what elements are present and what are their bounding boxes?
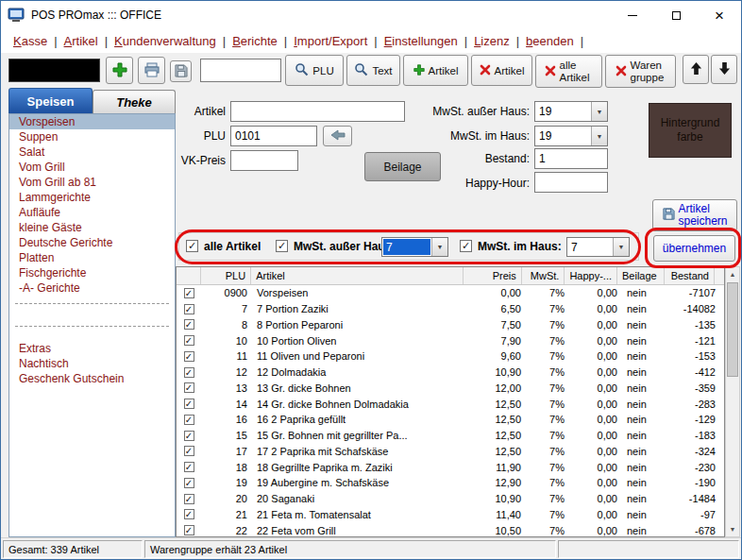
sidebar-item-lammgerichte[interactable]: Lammgerichte bbox=[9, 190, 175, 205]
bestand-input[interactable] bbox=[534, 148, 608, 169]
scroll-down-button[interactable]: ▼ bbox=[726, 522, 739, 536]
sidebar-item-kleine-gäste[interactable]: kleine Gäste bbox=[9, 220, 175, 235]
mwst-im-haus-filter-select[interactable]: 7 ▼ bbox=[566, 237, 630, 257]
chevron-down-icon[interactable]: ▼ bbox=[431, 238, 447, 256]
search-input[interactable] bbox=[200, 59, 281, 82]
search-text-button[interactable]: Text bbox=[346, 55, 400, 86]
table-row[interactable]: ✓1414 Gr. dicke Bohnen Dolmadakia12,507%… bbox=[177, 396, 724, 412]
print-button[interactable] bbox=[138, 57, 165, 84]
happy-hour-input[interactable] bbox=[534, 172, 608, 193]
chevron-down-icon[interactable]: ▼ bbox=[613, 238, 629, 256]
tab-theke[interactable]: Theke bbox=[93, 90, 176, 113]
table-row[interactable]: ✓1818 Gegrillte Paprika m. Zaziki11,907%… bbox=[177, 459, 724, 475]
table-row[interactable]: ✓2222 Feta vom Grill10,507%0,00nein-678 bbox=[177, 522, 724, 537]
row-checkbox[interactable]: ✓ bbox=[177, 509, 201, 519]
column-header-bestand[interactable]: Bestand bbox=[665, 267, 715, 284]
row-checkbox[interactable]: ✓ bbox=[177, 335, 201, 346]
chevron-down-icon[interactable]: ▼ bbox=[591, 102, 607, 121]
tab-speisen[interactable]: Speisen bbox=[8, 88, 93, 113]
mwst-im-haus-filter-checkbox[interactable]: ✓ bbox=[460, 240, 472, 252]
menu-item-lizenz[interactable]: Lizenz bbox=[474, 34, 510, 48]
column-header-plu[interactable]: PLU bbox=[201, 267, 251, 284]
delete-alle-artikel-button[interactable]: alle Artikel bbox=[535, 55, 602, 88]
artikel-speichern-button[interactable]: Artikel speichern bbox=[652, 199, 737, 231]
row-checkbox[interactable]: ✓ bbox=[177, 462, 201, 472]
menu-item-berichte[interactable]: Berichte bbox=[232, 34, 278, 48]
close-button[interactable]: × bbox=[698, 1, 741, 29]
add-button[interactable] bbox=[106, 57, 133, 84]
sidebar-item-vorspeisen[interactable]: Vorspeisen bbox=[9, 114, 175, 129]
column-header-checkbox[interactable] bbox=[177, 267, 201, 284]
scrollbar-thumb[interactable] bbox=[727, 282, 738, 377]
sidebar-item-nachtisch[interactable]: Nachtisch bbox=[9, 356, 175, 371]
table-row[interactable]: ✓88 Portion Peparoni7,507%0,00nein-135 bbox=[177, 317, 724, 333]
quick-plu-input[interactable] bbox=[8, 59, 100, 82]
table-scrollbar[interactable]: ▲ ▼ bbox=[725, 266, 740, 537]
row-checkbox[interactable]: ✓ bbox=[177, 494, 201, 504]
table-row[interactable]: ✓77 Portion Zaziki6,507%0,00nein-14082 bbox=[177, 301, 724, 317]
table-row[interactable]: ✓2121 Feta m. Tomatensalat11,407%0,00nei… bbox=[177, 507, 724, 523]
row-checkbox[interactable]: ✓ bbox=[177, 431, 201, 441]
row-checkbox[interactable]: ✓ bbox=[177, 525, 201, 535]
chevron-down-icon[interactable]: ▼ bbox=[591, 127, 607, 145]
sidebar-item-geschenk-gutschein[interactable]: Geschenk Gutschein bbox=[9, 371, 175, 386]
plu-input[interactable] bbox=[230, 126, 317, 146]
uebernehmen-button[interactable]: übernehmen bbox=[653, 235, 735, 262]
column-header-mwst[interactable]: MwSt. bbox=[522, 267, 565, 284]
row-checkbox[interactable]: ✓ bbox=[177, 288, 201, 298]
mwst-im-haus-select[interactable]: 19 ▼ bbox=[534, 126, 608, 146]
maximize-button[interactable] bbox=[654, 1, 698, 29]
delete-warengruppe-button[interactable]: Waren gruppe bbox=[605, 55, 676, 88]
menu-item-artikel[interactable]: Artikel bbox=[64, 34, 98, 48]
artikel-input[interactable] bbox=[230, 101, 405, 122]
row-checkbox[interactable]: ✓ bbox=[177, 399, 201, 409]
column-header-beilage[interactable]: Beilage bbox=[617, 267, 665, 284]
hintergrund-farbe-button[interactable]: Hintergrund farbe bbox=[649, 103, 732, 158]
row-checkbox[interactable]: ✓ bbox=[177, 415, 201, 425]
table-row[interactable]: ✓1919 Aubergine m. Schafskäse12,907%0,00… bbox=[177, 475, 724, 491]
row-checkbox[interactable]: ✓ bbox=[177, 304, 201, 314]
table-row[interactable]: ✓1717 2 Paprika mit Schafskäse12,507%0,0… bbox=[177, 444, 724, 460]
vk-preis-input[interactable] bbox=[230, 150, 298, 171]
menu-item-kasse[interactable]: Kasse bbox=[13, 34, 47, 48]
row-checkbox[interactable]: ✓ bbox=[177, 382, 201, 393]
mwst-ausser-haus-filter-checkbox[interactable]: ✓ bbox=[276, 240, 288, 252]
row-checkbox[interactable]: ✓ bbox=[177, 367, 201, 378]
column-header-artikel[interactable]: Artikel bbox=[251, 267, 464, 284]
column-header-happy[interactable]: Happy-... bbox=[565, 267, 617, 284]
menu-item-beenden[interactable]: beenden bbox=[526, 34, 574, 48]
table-row[interactable]: ✓1313 Gr. dicke Bohnen12,007%0,00nein-35… bbox=[177, 381, 724, 397]
plu-back-button[interactable] bbox=[323, 126, 352, 146]
scroll-up-button[interactable]: ▲ bbox=[726, 267, 739, 281]
menu-item-kundenverwaltung[interactable]: Kundenverwaltung bbox=[114, 34, 216, 48]
minimize-button[interactable] bbox=[611, 1, 654, 29]
sidebar-item-vom-grill-ab-81[interactable]: Vom Grill ab 81 bbox=[9, 175, 175, 190]
beilage-button[interactable]: Beilage bbox=[364, 152, 441, 181]
menu-item-einstellungen[interactable]: Einstellungen bbox=[384, 34, 458, 48]
sidebar-item-salat[interactable]: Salat bbox=[9, 144, 175, 160]
menu-item-import-export[interactable]: Import/Export bbox=[294, 34, 367, 48]
sidebar-item-extras[interactable]: Extras bbox=[9, 341, 175, 356]
table-row[interactable]: ✓1212 Dolmadakia10,907%0,00nein-412 bbox=[177, 365, 724, 381]
sidebar-item-platten[interactable]: Platten bbox=[9, 250, 175, 265]
move-down-button[interactable] bbox=[711, 55, 737, 84]
column-header-preis[interactable]: Preis bbox=[464, 267, 521, 284]
delete-artikel-button[interactable]: Artikel bbox=[471, 55, 532, 86]
sidebar-item-fischgerichte[interactable]: Fischgerichte bbox=[9, 265, 175, 280]
mwst-ausser-haus-filter-select[interactable]: 7 ▼ bbox=[381, 237, 448, 257]
table-row[interactable]: ✓1616 2 Paprika gefüllt12,507%0,00nein-1… bbox=[177, 412, 724, 428]
save-button[interactable] bbox=[170, 60, 192, 82]
search-plu-button[interactable]: PLU bbox=[285, 55, 344, 86]
sidebar-item-suppen[interactable]: Suppen bbox=[9, 129, 175, 144]
sidebar-item-deutsche-gerichte[interactable]: Deutsche Gerichte bbox=[9, 235, 175, 250]
table-row[interactable]: ✓1010 Portion Oliven7,907%0,00nein-121 bbox=[177, 332, 724, 348]
add-artikel-button[interactable]: Artikel bbox=[403, 55, 468, 86]
row-checkbox[interactable]: ✓ bbox=[177, 319, 201, 330]
sidebar-item-aufläufe[interactable]: Aufläufe bbox=[9, 205, 175, 220]
table-row[interactable]: ✓1515 Gr. Bohnen mit gegrillter Pa...12,… bbox=[177, 428, 724, 444]
alle-artikel-checkbox[interactable]: ✓ bbox=[186, 240, 198, 252]
table-row[interactable]: ✓2020 Saganaki10,907%0,00nein-1484 bbox=[177, 491, 724, 507]
table-row[interactable]: ✓0900Vorspeisen0,007%0,00nein-7107 bbox=[177, 285, 724, 301]
sidebar-item-a-gerichte[interactable]: -A- Gerichte bbox=[9, 280, 175, 296]
mwst-ausser-haus-select[interactable]: 19 ▼ bbox=[534, 101, 608, 122]
